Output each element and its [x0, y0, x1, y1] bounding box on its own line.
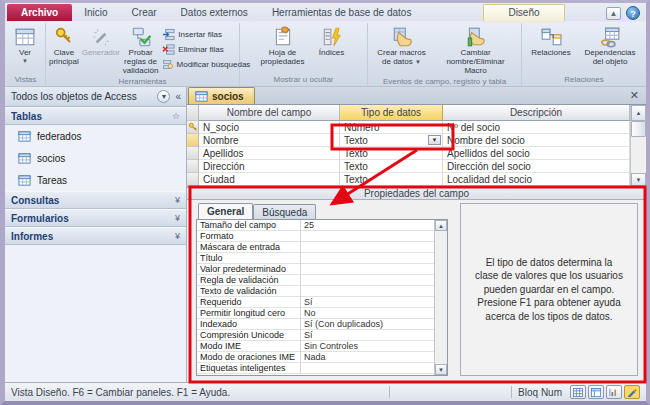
- field-desc-cell[interactable]: Dirección del socio: [443, 160, 630, 173]
- properties-scrollbar[interactable]: ▲ ▼: [434, 220, 447, 375]
- generador-button[interactable]: Generador: [81, 24, 121, 76]
- tab-herramientas-bd[interactable]: Herramientas de base de datos: [260, 5, 424, 21]
- close-icon[interactable]: ✕: [627, 89, 642, 102]
- clave-principal-button[interactable]: Clave principal: [47, 24, 81, 76]
- design-view-icon[interactable]: [624, 385, 640, 399]
- chevron-expand-icon: ¥: [175, 231, 180, 241]
- data-macro-icon: [391, 26, 413, 48]
- property-row: Valor predeterminado: [197, 264, 434, 275]
- row-selector[interactable]: [187, 147, 199, 160]
- nav-section-consultas[interactable]: Consultas ¥: [5, 191, 186, 209]
- property-value[interactable]: Sí: [301, 330, 434, 341]
- ver-button[interactable]: Ver ▼: [7, 24, 43, 74]
- row-selector[interactable]: [187, 160, 199, 173]
- row-selector-current[interactable]: [187, 134, 199, 147]
- property-row: Título: [197, 253, 434, 264]
- nav-item-socios[interactable]: socios: [5, 147, 186, 169]
- tab-crear[interactable]: Crear: [120, 5, 169, 21]
- field-desc-cell[interactable]: Nº del socio: [443, 121, 630, 134]
- property-value[interactable]: 25: [301, 220, 434, 231]
- eliminar-filas-button[interactable]: Eliminar filas: [162, 43, 250, 56]
- scroll-up-icon[interactable]: ▲: [435, 220, 447, 231]
- property-row: Regla de validación: [197, 275, 434, 286]
- property-value[interactable]: [301, 242, 434, 253]
- nav-menu-icon[interactable]: ▼: [157, 90, 170, 103]
- doc-tab-socios[interactable]: socios: [188, 87, 255, 104]
- dependencias-button[interactable]: Dependencias del objeto: [577, 24, 643, 74]
- tab-inicio[interactable]: Inicio: [72, 5, 119, 21]
- property-value[interactable]: [301, 264, 434, 275]
- field-name-cell[interactable]: Nombre: [199, 134, 340, 147]
- nav-item-tareas[interactable]: Tareas: [5, 169, 186, 191]
- table-icon: [18, 152, 31, 165]
- field-name-cell[interactable]: Ciudad: [199, 173, 340, 186]
- ribbon-tab-bar: Archivo Inicio Crear Datos externos Herr…: [5, 3, 646, 22]
- tab-datos-externos[interactable]: Datos externos: [169, 5, 260, 21]
- scroll-up-icon[interactable]: ▲: [631, 105, 646, 121]
- grid-scrollbar[interactable]: ▼: [630, 121, 646, 186]
- scrollbar-thumb[interactable]: [631, 121, 646, 137]
- property-value[interactable]: [301, 275, 434, 286]
- nav-section-formularios[interactable]: Formularios ¥: [5, 209, 186, 227]
- col-header-nombre-campo[interactable]: Nombre del campo: [199, 105, 340, 121]
- crear-macros-button[interactable]: Crear macros de datos ▼: [371, 24, 433, 76]
- dropdown-icon[interactable]: ▼: [428, 135, 441, 145]
- property-value[interactable]: [301, 286, 434, 297]
- tab-general[interactable]: General: [198, 203, 253, 219]
- nav-item-federados[interactable]: federados: [5, 125, 186, 147]
- field-name-cell[interactable]: N_socio: [199, 121, 340, 134]
- field-desc-cell[interactable]: Apellidos del socio: [443, 147, 630, 160]
- pivotchart-view-icon[interactable]: [606, 385, 622, 399]
- datasheet-view-icon[interactable]: [570, 385, 586, 399]
- property-value[interactable]: [301, 363, 434, 374]
- relaciones-button[interactable]: Relaciones: [525, 24, 577, 74]
- nav-section-tablas[interactable]: Tablas ☆: [5, 107, 186, 125]
- nav-section-informes[interactable]: Informes ¥: [5, 227, 186, 245]
- minimize-ribbon-icon[interactable]: ▲: [606, 7, 621, 20]
- property-value[interactable]: Nada: [301, 352, 434, 363]
- relaciones-label: Relaciones: [531, 49, 571, 58]
- insertar-filas-button[interactable]: Insertar filas: [162, 28, 250, 41]
- row-selector[interactable]: [187, 173, 199, 186]
- grid-scrollbar-top[interactable]: ▲: [630, 105, 646, 121]
- num-lock-indicator: Bloq Num: [518, 387, 562, 398]
- pivottable-view-icon[interactable]: [588, 385, 604, 399]
- field-type-cell[interactable]: Número: [340, 121, 443, 134]
- shutter-close-icon[interactable]: «: [173, 91, 183, 102]
- nav-pane-header[interactable]: Todos los objetos de Access ▼ «: [5, 87, 186, 107]
- property-value[interactable]: Sí: [301, 297, 434, 308]
- field-desc-cell[interactable]: Localidad del socio: [443, 173, 630, 186]
- field-name-cell[interactable]: Apellidos: [199, 147, 340, 160]
- field-type-cell[interactable]: Texto: [340, 160, 443, 173]
- property-value[interactable]: Sí (Con duplicados): [301, 319, 434, 330]
- scroll-down-icon[interactable]: ▼: [435, 364, 447, 375]
- field-type-cell[interactable]: Texto: [340, 147, 443, 160]
- property-value[interactable]: [301, 253, 434, 264]
- col-header-descripcion[interactable]: Descripción: [443, 105, 630, 121]
- tab-busqueda[interactable]: Búsqueda: [253, 204, 316, 219]
- status-text: Vista Diseño. F6 = Cambiar paneles. F1 =…: [11, 387, 383, 398]
- cambiar-nombre-macro-button[interactable]: Cambiar nombre/Eliminar Macro: [433, 24, 519, 76]
- field-desc-cell[interactable]: Nombre del socio: [443, 134, 630, 147]
- primary-key-icon: [188, 122, 198, 132]
- indices-button[interactable]: Índices: [311, 24, 353, 74]
- property-value[interactable]: Sin Controles: [301, 341, 434, 352]
- field-type-cell[interactable]: Texto: [340, 173, 443, 186]
- scroll-down-icon[interactable]: ▼: [631, 173, 646, 186]
- modificar-busquedas-button[interactable]: Modificar búsquedas: [162, 58, 250, 71]
- help-icon[interactable]: ?: [626, 6, 640, 20]
- field-name-cell[interactable]: Dirección: [199, 160, 340, 173]
- property-value[interactable]: [301, 231, 434, 242]
- col-header-tipo-datos[interactable]: Tipo de datos: [340, 105, 443, 121]
- hoja-propiedades-button[interactable]: Hoja de propiedades: [255, 24, 311, 74]
- row-selector-header[interactable]: [187, 105, 199, 121]
- ver-label: Ver: [19, 49, 31, 58]
- property-value[interactable]: No: [301, 308, 434, 319]
- property-row: Máscara de entrada: [197, 242, 434, 253]
- row-selector[interactable]: [187, 121, 199, 134]
- tab-diseno[interactable]: Diseño: [483, 4, 564, 21]
- probar-reglas-button[interactable]: Probar reglas de validación: [121, 24, 161, 76]
- tab-archivo[interactable]: Archivo: [7, 4, 72, 21]
- field-type-cell-active[interactable]: Texto ▼: [340, 134, 443, 147]
- group-vistas: Ver ▼ Vistas: [6, 23, 46, 86]
